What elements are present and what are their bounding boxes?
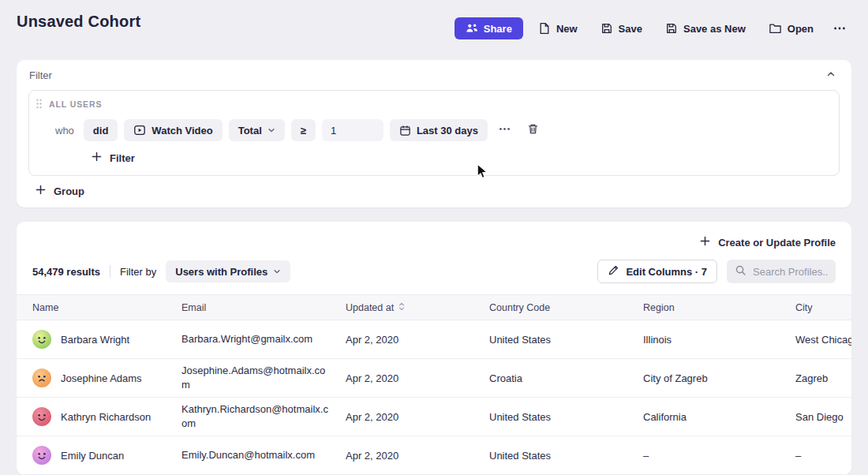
chevron-up-icon: [826, 69, 836, 81]
avatar: [32, 330, 51, 349]
profiles-filter-dropdown[interactable]: Users with Profiles: [166, 260, 290, 282]
share-button[interactable]: Share: [455, 17, 523, 39]
filter-by-label: Filter by: [120, 266, 156, 278]
more-criteria-options-button[interactable]: [494, 120, 516, 140]
collapse-filter-button[interactable]: [825, 68, 837, 83]
open-label: Open: [788, 23, 814, 35]
profile-city: San Diego: [783, 398, 851, 436]
chevron-down-icon: [273, 267, 281, 275]
who-label: who: [55, 125, 74, 137]
profiles-table: Name Email Updated at Country Code Regio…: [17, 294, 851, 475]
folder-icon: [769, 22, 782, 35]
filter-card-title: Filter: [29, 69, 52, 81]
save-button[interactable]: Save: [593, 17, 650, 39]
add-group-label: Group: [54, 185, 84, 197]
edit-columns-label: Edit Columns · 7: [626, 266, 707, 278]
profile-country-code: United States: [477, 398, 630, 436]
share-icon: [466, 22, 478, 35]
column-header-email: Email: [169, 295, 333, 320]
profile-region: City of Zagreb: [630, 359, 783, 398]
date-range-label: Last 30 days: [417, 125, 478, 137]
table-row[interactable]: Kathryn Richardson Kathryn.Richardson@ho…: [17, 398, 851, 436]
add-filter-button[interactable]: Filter: [92, 151, 135, 164]
column-header-country-code: Country Code: [477, 295, 630, 320]
profile-region: Illinois: [630, 320, 783, 359]
open-button[interactable]: Open: [761, 17, 821, 39]
plus-icon: [36, 185, 46, 197]
plus-icon: [700, 236, 710, 249]
profile-region: California: [630, 398, 783, 436]
filter-card-header: Filter: [28, 60, 840, 90]
plus-icon: [92, 151, 102, 164]
operator-label: ≥: [301, 125, 306, 137]
more-dots-icon: [833, 22, 846, 35]
profile-email: Emily.Duncan@hotmailx.com: [169, 436, 333, 475]
share-label: Share: [484, 23, 512, 35]
save-as-new-icon: [665, 22, 678, 35]
profile-region: –: [630, 436, 783, 475]
new-label: New: [556, 23, 578, 35]
date-range-selector[interactable]: Last 30 days: [390, 119, 488, 141]
pencil-icon: [608, 264, 619, 279]
drag-handle-icon[interactable]: [36, 99, 42, 109]
column-header-name: Name: [17, 295, 169, 320]
table-row[interactable]: Emily Duncan Emily.Duncan@hotmailx.com A…: [17, 436, 851, 475]
cohort-builder-screen: Unsaved Cohort Share New Save Save as Ne…: [0, 0, 868, 475]
aggregation-selector[interactable]: Total: [229, 119, 285, 141]
did-selector[interactable]: did: [84, 119, 118, 141]
chevron-down-icon: [268, 126, 275, 134]
calendar-icon: [399, 125, 411, 137]
event-label: Watch Video: [152, 125, 212, 137]
search-box[interactable]: [727, 260, 836, 283]
profiles-card: Create or Update Profile 54,479 results …: [17, 222, 851, 475]
page-title: Unsaved Cohort: [17, 13, 140, 31]
profile-name: Barbara Wright: [61, 334, 129, 346]
profile-city: Zagreb: [783, 359, 851, 398]
group-header: ALL USERS: [36, 99, 829, 109]
profiles-filter-value: Users with Profiles: [175, 266, 268, 278]
profile-email: Barbara.Wright@gmailx.com: [169, 320, 333, 359]
table-row[interactable]: Barbara Wright Barbara.Wright@gmailx.com…: [17, 320, 851, 359]
threshold-value-input[interactable]: [322, 119, 383, 141]
profile-name: Kathryn Richardson: [61, 411, 151, 423]
table-header-row: Name Email Updated at Country Code Regio…: [17, 295, 851, 320]
create-or-update-profile-button[interactable]: Create or Update Profile: [700, 236, 836, 249]
trash-icon: [527, 123, 539, 137]
column-header-region: Region: [630, 295, 783, 320]
save-label: Save: [619, 23, 642, 35]
edit-columns-button[interactable]: Edit Columns · 7: [597, 260, 717, 283]
column-header-updated-at[interactable]: Updated at: [333, 295, 477, 320]
profile-city: West Chicago: [783, 320, 851, 359]
results-count: 54,479 results: [32, 266, 100, 278]
new-document-icon: [538, 22, 551, 35]
profile-updated-at: Apr 2, 2020: [333, 320, 477, 359]
profile-name: Josephine Adams: [61, 372, 142, 384]
more-options-button[interactable]: [829, 17, 851, 39]
avatar: [32, 407, 51, 426]
top-bar-actions: Share New Save Save as New Open: [455, 17, 851, 39]
table-row[interactable]: Josephine Adams Josephine.Adams@hotmailx…: [17, 359, 851, 398]
event-criteria-row: who did Watch Video Total ≥: [55, 119, 829, 141]
top-bar: Unsaved Cohort Share New Save Save as Ne…: [0, 0, 868, 39]
search-profiles-input[interactable]: [753, 266, 828, 278]
create-profile-label: Create or Update Profile: [718, 237, 836, 249]
save-as-new-button[interactable]: Save as New: [657, 17, 754, 39]
profile-updated-at: Apr 2, 2020: [333, 398, 477, 436]
save-as-new-label: Save as New: [683, 23, 746, 35]
new-button[interactable]: New: [530, 17, 586, 39]
profile-email: Josephine.Adams@hotmailx.com: [169, 359, 333, 398]
add-group-button[interactable]: Group: [36, 185, 84, 197]
search-icon: [735, 264, 746, 279]
profile-country-code: Croatia: [477, 359, 630, 398]
avatar: [32, 368, 51, 387]
operator-selector[interactable]: ≥: [291, 119, 316, 141]
profile-updated-at: Apr 2, 2020: [333, 359, 477, 398]
create-profile-row: Create or Update Profile: [17, 222, 851, 252]
sort-icon[interactable]: [398, 302, 405, 313]
profile-name: Emily Duncan: [61, 450, 124, 462]
delete-criteria-button[interactable]: [522, 120, 544, 140]
did-label: did: [93, 125, 109, 137]
event-selector[interactable]: Watch Video: [124, 119, 222, 141]
save-icon: [600, 22, 613, 35]
results-toolbar: 54,479 results Filter by Users with Prof…: [17, 252, 851, 294]
